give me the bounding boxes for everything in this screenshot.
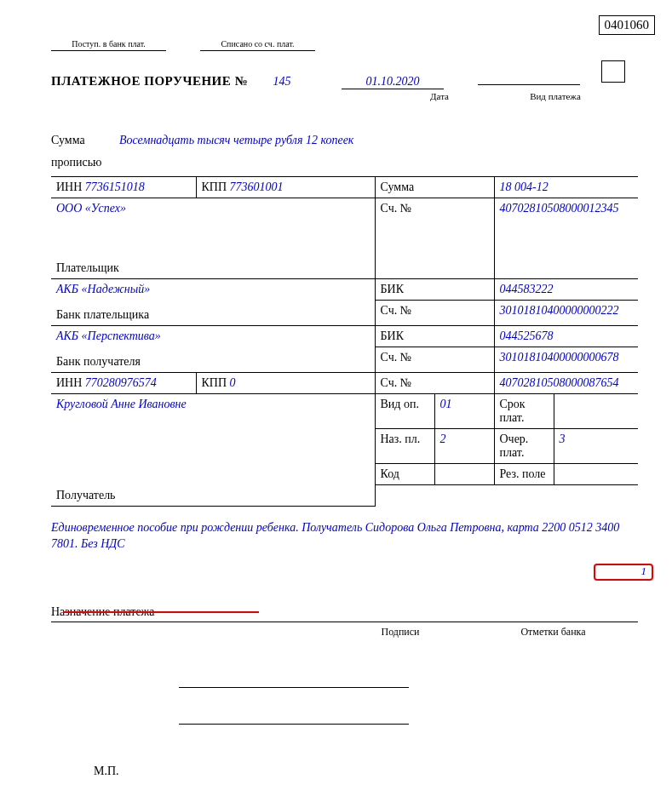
srok-label: Срок плат. [494, 394, 554, 429]
naz-pl: 2 [434, 429, 494, 464]
recv-kpp-label: КПП [202, 376, 227, 389]
recv-bank-bik: 044525678 [494, 326, 638, 347]
type-sublabel: Вид платежа [491, 91, 619, 101]
underline-annotation [63, 611, 259, 613]
document-title: ПЛАТЕЖНОЕ ПОРУЧЕНИЕ № [51, 74, 248, 89]
rez-label: Рез. поле [494, 464, 554, 485]
received-at-bank-field: Поступ. в банк плат. [51, 41, 166, 51]
payer-kpp: 773601001 [230, 180, 284, 193]
payer-name: ООО «Успех» [56, 202, 126, 215]
received-label: Поступ. в банк плат. [72, 39, 146, 49]
vid-op-label: Вид оп. [375, 394, 434, 429]
recv-inn-label: ИНН [56, 376, 82, 389]
payer-acct: 40702810508000012345 [494, 198, 638, 279]
payer-bank-acct-label: Сч. № [375, 301, 494, 326]
form-code-box: 0401060 [599, 15, 656, 35]
recv-acct: 40702810508000087654 [494, 373, 638, 394]
recv-kpp: 0 [230, 376, 236, 389]
recv-inn: 770280976574 [85, 376, 157, 389]
payer-inn: 7736151018 [85, 180, 145, 193]
kod-value [434, 464, 494, 485]
recv-name: Кругловой Анне Ивановне [56, 398, 187, 410]
sum-label: Сумма [375, 177, 494, 198]
amount-words-label1: Сумма [51, 134, 104, 147]
payer-bank-acct: 30101810400000000222 [494, 301, 638, 326]
recv-acct-label: Сч. № [375, 373, 494, 394]
debited-label: Списано со сч. плат. [221, 39, 294, 49]
payer-role-label: Плательщик [51, 254, 375, 279]
form-code: 0401060 [605, 18, 650, 32]
signature-line-2 [179, 709, 409, 725]
document-number: 145 [256, 75, 307, 89]
bank-marks-label: Отметки банка [468, 626, 638, 639]
payer-inn-label: ИНН [56, 180, 82, 193]
stamp-label: М.П. [94, 765, 119, 778]
recv-bank-acct-label: Сч. № [375, 347, 494, 373]
payer-acct-label: Сч. № [375, 198, 494, 279]
ocher: 3 [554, 429, 638, 464]
payment-type-field [478, 84, 580, 85]
recv-bank: АКБ «Перспектива» [56, 329, 161, 342]
payment-purpose-label: Назначение платежа [51, 605, 638, 622]
sum-value: 18 004-12 [494, 177, 638, 198]
vid-op: 01 [434, 394, 494, 429]
recv-bank-acct: 30101810400000000678 [494, 347, 638, 373]
document-date: 01.10.2020 [342, 75, 444, 89]
debited-from-acct-field: Списано со сч. плат. [200, 41, 315, 51]
recv-bank-bik-label: БИК [375, 326, 494, 347]
payment-purpose-text: Единовременное пособие при рождении ребе… [51, 520, 638, 553]
payer-kpp-label: КПП [202, 180, 227, 193]
recv-role-label: Получатель [51, 485, 375, 507]
naz-pl-label: Наз. пл. [375, 429, 434, 464]
rez-value [554, 464, 638, 485]
recv-bank-role: Банк получателя [51, 347, 375, 373]
payer-bank-bik: 044583222 [494, 279, 638, 301]
payer-bank-bik-label: БИК [375, 279, 494, 301]
date-sublabel: Дата [388, 91, 491, 101]
ocher-label: Очер. плат. [494, 429, 554, 464]
payer-bank: АКБ «Надежный» [56, 283, 150, 295]
payer-bank-role: Банк плательщика [51, 301, 375, 326]
kod-label: Код [375, 464, 434, 485]
highlight-annotation [594, 564, 653, 581]
srok-value [554, 394, 638, 429]
amount-words-label2: прописью [51, 156, 104, 169]
amount-in-words: Восемнадцать тысяч четыре рубля 12 копее… [119, 134, 353, 169]
status-box [601, 60, 625, 83]
signatures-label: Подписи [332, 626, 468, 639]
signature-line-1 [179, 673, 409, 688]
